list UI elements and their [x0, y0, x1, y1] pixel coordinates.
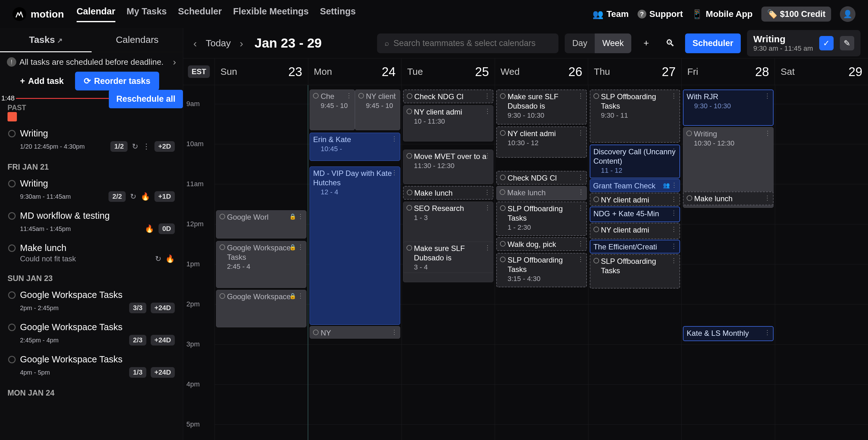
kebab-icon[interactable]: ⋮ [484, 152, 491, 159]
calendar-event[interactable]: Check NDG Cl⋮ [496, 171, 587, 185]
nav-my-tasks[interactable]: My Tasks [127, 6, 167, 22]
search-icon-button[interactable]: 🔍︎ [661, 34, 679, 52]
kebab-icon[interactable]: ⋮ [671, 181, 677, 189]
day-column-mon[interactable]: Che9:45 - 10⋮NY client9:45 - 10⋮Erin & K… [308, 85, 401, 440]
task-item[interactable]: MD workflow & testing 11:45am - 1:45pm 🔥… [0, 206, 183, 238]
kebab-icon[interactable]: ⋮ [143, 142, 150, 151]
kebab-icon[interactable]: ⋮ [671, 195, 677, 203]
week-toggle[interactable]: Week [595, 33, 631, 53]
calendar-event[interactable]: With RJR9:30 - 10:30⋮ [683, 89, 773, 126]
today-button[interactable]: Today [203, 38, 233, 49]
next-week-button[interactable]: › [237, 37, 246, 50]
calendar-event[interactable]: SLP Offboarding Tasks9:30 - 11⋮ [590, 89, 680, 143]
kebab-icon[interactable]: ⋮ [297, 212, 304, 220]
kebab-icon[interactable]: ⋮ [578, 129, 584, 137]
task-item[interactable]: Writing 9:30am - 11:45am 2/2 ↻ 🔥 +1D [0, 174, 183, 206]
kebab-icon[interactable]: ⋮ [578, 255, 584, 263]
calendar-event[interactable]: Discovery Call (Uncanny Content)11 - 12⋮ [590, 145, 680, 178]
task-item[interactable]: Google Workspace Tasks 2pm - 2:45pm3/3+2… [0, 285, 183, 318]
add-task-button[interactable]: +Add task [16, 72, 68, 90]
calendar-event[interactable]: Make lunch⋮ [496, 186, 587, 200]
day-header-tue[interactable]: Tue25 [401, 59, 495, 85]
confirm-button[interactable]: ✓ [819, 36, 834, 50]
calendar-event[interactable]: Make lunch⋮ [403, 186, 493, 200]
kebab-icon[interactable]: ⋮ [346, 92, 352, 99]
kebab-icon[interactable]: ⋮ [578, 240, 584, 247]
kebab-icon[interactable]: ⋮ [764, 194, 770, 202]
kebab-icon[interactable]: ⋮ [484, 92, 490, 99]
kebab-icon[interactable]: ⋮ [391, 135, 397, 142]
prev-week-button[interactable]: ‹ [191, 37, 199, 50]
task-checkbox-icon[interactable] [8, 130, 16, 137]
kebab-icon[interactable]: ⋮ [671, 225, 677, 233]
day-column-sun[interactable]: Google Worl⋮🔒Google Workspace Tasks2:45 … [215, 85, 308, 440]
calendar-event[interactable]: NY⋮ [310, 326, 400, 339]
mobile-app-link[interactable]: 📱Mobile App [692, 9, 753, 20]
calendar-event[interactable]: Google Workspace Tasks2:45 - 4⋮🔒 [216, 241, 306, 288]
schedule-banner[interactable]: ! All tasks are scheduled before deadlin… [0, 52, 183, 72]
nav-scheduler[interactable]: Scheduler [178, 6, 222, 22]
calendar-event[interactable]: Make sure SLF Dubsado is3 - 4⋮ [403, 242, 493, 273]
calendar-event[interactable]: Make lunch⋮ [683, 192, 773, 205]
day-header-wed[interactable]: Wed26 [495, 59, 588, 85]
kebab-icon[interactable]: ⋮ [671, 92, 677, 99]
kebab-icon[interactable]: ⋮ [765, 129, 771, 137]
task-checkbox-icon[interactable] [8, 180, 16, 187]
calendar-event[interactable]: SLP Offboarding Tasks3:15 - 4:30⋮ [496, 253, 587, 287]
kebab-icon[interactable]: ⋮ [391, 169, 397, 176]
edit-button[interactable]: ✎ [840, 36, 854, 50]
task-item[interactable]: Writing 1/20 12:45pm - 4:30pm 1/2 ↻ ⋮ +2… [0, 124, 183, 156]
day-header-fri[interactable]: Fri28 [681, 59, 775, 85]
nav-calendar[interactable]: Calendar [76, 6, 115, 22]
task-checkbox-icon[interactable] [8, 212, 16, 220]
search-input[interactable] [393, 38, 551, 48]
calendar-event[interactable]: Google Worl⋮🔒 [216, 210, 306, 238]
task-item[interactable]: Google Workspace Tasks 2:45pm - 4pm2/3+2… [0, 318, 183, 350]
day-header-mon[interactable]: Mon24 [308, 59, 401, 85]
color-swatch[interactable] [7, 112, 17, 121]
calendar-event[interactable]: Move MVET over to a11:30 - 12:30⋮ [403, 150, 493, 184]
kebab-icon[interactable]: ⋮ [578, 204, 584, 211]
kebab-icon[interactable]: ⋮ [671, 257, 677, 264]
kebab-icon[interactable]: ⋮ [297, 243, 304, 251]
sidebar-tab-tasks[interactable]: Tasks↗ [0, 28, 92, 52]
task-checkbox-icon[interactable] [8, 324, 16, 331]
sidebar-tab-calendars[interactable]: Calendars [92, 28, 183, 52]
calendar-event[interactable]: NY client admi10:30 - 12⋮ [496, 126, 587, 158]
kebab-icon[interactable]: ⋮ [671, 147, 677, 155]
calendar-event[interactable]: NY client9:45 - 10⋮ [355, 89, 400, 130]
kebab-icon[interactable]: ⋮ [671, 242, 677, 250]
calendar-event[interactable]: Google Workspace⋮🔒 [216, 290, 306, 327]
credit-pill[interactable]: 🏷️ $100 Credit [762, 6, 831, 22]
day-column-tue[interactable]: Check NDG Cl⋮NY client admi10 - 11:30⋮Mo… [401, 85, 495, 440]
search-box[interactable]: ⌕ [377, 33, 558, 53]
calendar-event[interactable]: Kate & LS Monthly⋮ [683, 326, 773, 341]
calendar-event[interactable]: Walk dog, pick⋮ [496, 237, 587, 251]
kebab-icon[interactable]: ⋮ [764, 92, 770, 99]
kebab-icon[interactable]: ⋮ [484, 244, 491, 251]
day-column-wed[interactable]: Make sure SLF Dubsado is9:30 - 10:30⋮NY … [495, 85, 588, 440]
day-header-sat[interactable]: Sat29 [775, 59, 868, 85]
kebab-icon[interactable]: ⋮ [297, 292, 304, 299]
add-event-button[interactable]: + [638, 34, 655, 52]
task-checkbox-icon[interactable] [8, 244, 16, 252]
day-column-thu[interactable]: SLP Offboarding Tasks9:30 - 11⋮Discovery… [588, 85, 681, 440]
kebab-icon[interactable]: ⋮ [484, 204, 491, 211]
calendar-event[interactable]: NDG + Kate 45-Min⋮ [590, 207, 680, 222]
task-item[interactable]: Make lunch Could not fit task ↻ 🔥 [0, 238, 183, 268]
kebab-icon[interactable]: ⋮ [391, 328, 397, 336]
kebab-icon[interactable]: ⋮ [764, 329, 770, 336]
nav-flexible-meetings[interactable]: Flexible Meetings [233, 6, 309, 22]
calendar-event[interactable]: Make sure SLF Dubsado is9:30 - 10:30⋮ [496, 89, 587, 124]
kebab-icon[interactable]: ⋮ [484, 107, 491, 115]
nav-settings[interactable]: Settings [320, 6, 355, 22]
day-column-fri[interactable]: With RJR9:30 - 10:30⋮Writing10:30 - 12:3… [681, 85, 775, 440]
calendar-event[interactable]: MD - VIP Day with Kate Hutches12 - 4⋮ [310, 167, 400, 325]
calendar-event[interactable]: NY client admi10 - 11:30⋮ [403, 105, 493, 142]
scheduler-button[interactable]: Scheduler [685, 33, 741, 53]
day-header-sun[interactable]: Sun23 [215, 59, 308, 85]
kebab-icon[interactable]: ⋮ [578, 173, 584, 181]
reorder-tasks-button[interactable]: ⟳Reorder tasks [75, 72, 159, 90]
day-toggle[interactable]: Day [565, 33, 595, 53]
calendar-event[interactable]: SLP Offboarding Tasks⋮ [590, 254, 680, 289]
